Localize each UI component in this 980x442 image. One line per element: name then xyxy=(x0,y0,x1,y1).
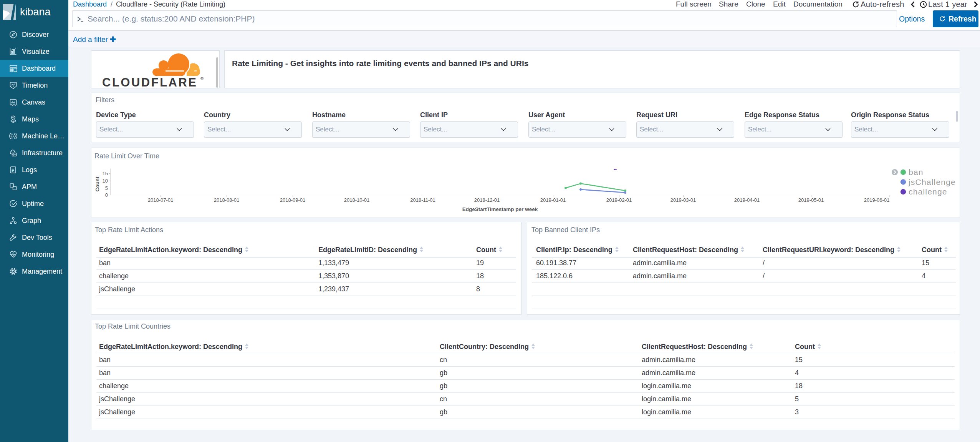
svg-text:2018-11-01: 2018-11-01 xyxy=(410,197,435,203)
svg-text:challenge: challenge xyxy=(909,187,947,196)
svg-text:10: 10 xyxy=(103,178,108,184)
svg-text:2019-02-01: 2019-02-01 xyxy=(606,197,632,203)
svg-text:2019-05-01: 2019-05-01 xyxy=(798,197,824,203)
svg-text:2018-10-01: 2018-10-01 xyxy=(344,197,370,203)
svg-text:2019-03-01: 2019-03-01 xyxy=(670,197,696,203)
svg-text:®: ® xyxy=(200,76,204,81)
svg-text:15: 15 xyxy=(103,171,108,176)
svg-text:5: 5 xyxy=(105,185,108,191)
svg-text:Count: Count xyxy=(94,176,100,191)
svg-text:CLOUDFLARE: CLOUDFLARE xyxy=(102,76,198,88)
svg-text:2018-09-01: 2018-09-01 xyxy=(280,197,306,203)
svg-text:2019-06-01: 2019-06-01 xyxy=(864,197,890,203)
svg-text:2018-07-01: 2018-07-01 xyxy=(148,197,174,203)
svg-text:EdgeStartTimestamp per week: EdgeStartTimestamp per week xyxy=(462,206,538,212)
svg-text:2019-01-01: 2019-01-01 xyxy=(540,197,566,203)
svg-text:2019-04-01: 2019-04-01 xyxy=(734,197,760,203)
svg-text:0: 0 xyxy=(105,192,108,198)
svg-text:2018-12-01: 2018-12-01 xyxy=(474,197,500,203)
svg-text:2018-08-01: 2018-08-01 xyxy=(214,197,240,203)
svg-text:ban: ban xyxy=(909,168,924,176)
svg-text:jsChallenge: jsChallenge xyxy=(908,178,956,186)
